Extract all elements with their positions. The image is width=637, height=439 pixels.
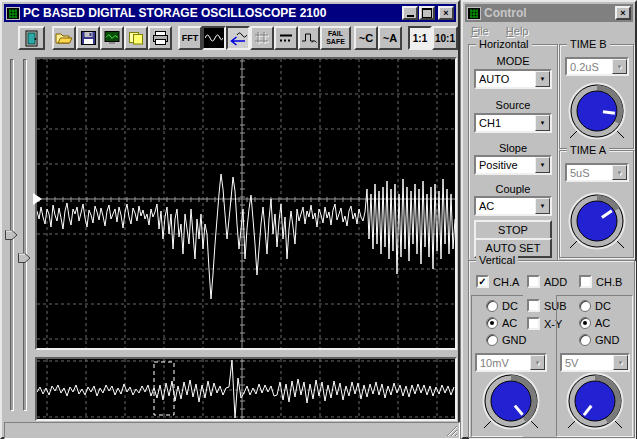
open-folder-icon	[55, 31, 73, 45]
control-close-button[interactable]: ×	[615, 6, 631, 20]
ch-b-dc-label: DC	[595, 300, 611, 312]
printer-icon	[152, 31, 169, 45]
overview-scope-display[interactable]	[35, 357, 457, 421]
horizontal-group: Horizontal MODE AUTO ▼ Source CH1 ▼ Slop…	[468, 44, 558, 261]
add-checkbox[interactable]	[527, 275, 540, 288]
close-button[interactable]: ×	[438, 6, 454, 20]
notes-icon	[128, 31, 144, 45]
capture-button[interactable]	[100, 26, 124, 50]
ch-a-checkbox[interactable]	[476, 275, 489, 288]
calibrate-c-button[interactable]: ~C	[354, 26, 378, 50]
probe-10-1-label: 10:1	[435, 33, 455, 44]
copy-button[interactable]	[124, 26, 148, 50]
display-mode-button[interactable]	[202, 26, 226, 50]
add-label: ADD	[544, 276, 567, 288]
line-dots-icon	[278, 32, 294, 44]
status-bar	[4, 422, 460, 439]
time-b-select[interactable]: 0.2uS ▼	[565, 57, 629, 76]
dropdown-arrow-icon: ▼	[612, 165, 627, 180]
control-titlebar[interactable]: Control ×	[465, 4, 633, 22]
slope-select[interactable]: Positive ▼	[474, 155, 552, 175]
trigger-wave-button[interactable]	[298, 26, 320, 50]
fail-safe-button[interactable]: FAIL SAFE	[320, 26, 351, 50]
menu-file[interactable]: File	[471, 25, 489, 37]
time-b-group: TIME B 0.2uS ▼	[559, 44, 634, 149]
dropdown-arrow-icon[interactable]: ▼	[535, 115, 550, 131]
menu-help[interactable]: Help	[506, 25, 529, 37]
xy-checkbox[interactable]	[527, 317, 540, 330]
channel-b-position-slider[interactable]	[23, 59, 27, 411]
probe-1-1-button[interactable]: 1:1	[408, 26, 432, 50]
time-b-legend: TIME B	[567, 38, 610, 50]
save-button[interactable]	[76, 26, 100, 50]
print-button[interactable]	[148, 26, 172, 50]
calibrate-a-button[interactable]: ~A	[378, 26, 402, 50]
app-icon	[6, 7, 20, 20]
ch-b-gnd-label: GND	[595, 334, 619, 346]
fft-button[interactable]: FFT	[178, 26, 202, 50]
open-button[interactable]	[52, 26, 76, 50]
couple-label: Couple	[469, 183, 557, 195]
probe-10-1-button[interactable]: 10:1	[432, 26, 458, 50]
ch-a-dc-label: DC	[502, 300, 518, 312]
mode-select[interactable]: AUTO ▼	[474, 69, 552, 89]
ch-a-gnd-label: GND	[502, 334, 526, 346]
ch-a-ac-label: AC	[502, 317, 517, 329]
stop-button[interactable]: STOP	[474, 220, 552, 240]
channel-b-slider-thumb[interactable]	[18, 253, 31, 263]
ch-b-gnd-radio[interactable]	[579, 334, 591, 346]
grid-button[interactable]	[250, 26, 274, 50]
persistence-button[interactable]	[274, 26, 298, 50]
ch-b-ac-radio[interactable]	[579, 317, 591, 329]
exit-icon	[23, 30, 41, 47]
sine-wave-icon	[205, 32, 223, 44]
probe-1-1-label: 1:1	[413, 33, 427, 44]
scroll-mode-button[interactable]	[226, 26, 250, 50]
square-wave-icon	[301, 31, 318, 45]
trigger-level-marker[interactable]	[33, 193, 42, 205]
window-title: PC BASED DIGITAL STORAGE OSCILLOSCOPE 21…	[23, 6, 401, 20]
channel-a-slider-thumb[interactable]	[5, 230, 18, 240]
ch-a-dc-radio[interactable]	[486, 300, 498, 312]
overview-waveform	[37, 359, 455, 419]
oscilloscope-window: PC BASED DIGITAL STORAGE OSCILLOSCOPE 21…	[0, 0, 460, 439]
couple-select[interactable]: AC ▼	[474, 196, 552, 216]
ch-b-dc-radio[interactable]	[579, 300, 591, 312]
ch-b-gain-knob[interactable]	[561, 367, 629, 435]
dropdown-arrow-icon: ▼	[612, 59, 627, 74]
vertical-legend: Vertical	[476, 254, 518, 266]
time-a-group: TIME A 5uS ▼	[559, 150, 634, 258]
main-titlebar[interactable]: PC BASED DIGITAL STORAGE OSCILLOSCOPE 21…	[4, 4, 456, 22]
maximize-button[interactable]	[419, 6, 435, 20]
scroll-wave-arrow-icon	[229, 31, 247, 46]
screen-capture-icon	[104, 31, 121, 45]
sub-checkbox[interactable]	[527, 299, 540, 312]
mode-label: MODE	[469, 55, 557, 67]
dropdown-arrow-icon[interactable]: ▼	[535, 71, 550, 87]
calibrate-c-label: ~C	[359, 32, 373, 44]
dropdown-arrow-icon[interactable]: ▼	[535, 198, 550, 214]
control-window: Control × File Help Horizontal MODE AUTO…	[461, 0, 637, 439]
time-a-knob[interactable]	[563, 187, 631, 255]
ch-b-checkbox[interactable]	[579, 275, 592, 288]
source-select[interactable]: CH1 ▼	[474, 113, 552, 133]
ch-b-label: CH.B	[596, 276, 622, 288]
time-a-legend: TIME A	[567, 144, 609, 156]
calibrate-a-label: ~A	[383, 32, 397, 44]
time-b-knob[interactable]	[563, 77, 631, 145]
control-window-title: Control	[484, 6, 614, 20]
dropdown-arrow-icon[interactable]: ▼	[535, 157, 550, 173]
minimize-button[interactable]	[402, 6, 418, 20]
main-waveform	[37, 59, 455, 348]
ch-a-gain-knob[interactable]	[477, 367, 545, 435]
time-a-select[interactable]: 5uS ▼	[565, 163, 629, 182]
resize-grip[interactable]	[445, 424, 458, 437]
grid-icon	[254, 31, 270, 45]
main-scope-display[interactable]	[35, 57, 457, 350]
ch-a-gnd-radio[interactable]	[486, 334, 498, 346]
ch-b-ac-label: AC	[595, 317, 610, 329]
exit-button[interactable]	[18, 26, 45, 50]
ch-a-ac-radio[interactable]	[486, 317, 498, 329]
save-floppy-icon	[81, 31, 96, 45]
slope-label: Slope	[469, 142, 557, 154]
